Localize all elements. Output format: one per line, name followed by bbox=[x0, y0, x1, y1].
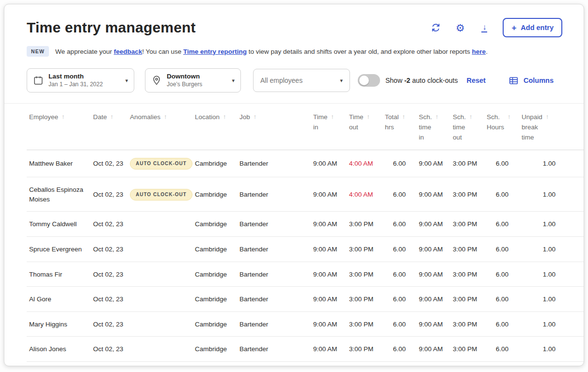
auto-clock-outs-count: -2 bbox=[404, 77, 410, 84]
cell-sch-time-in: 9:00 AM bbox=[416, 212, 450, 237]
chevron-down-icon: ▾ bbox=[125, 78, 128, 84]
table-row[interactable]: Alison Jones Oct 02, 23 Cambridge Barten… bbox=[27, 337, 584, 362]
employees-select[interactable]: All employees ▾ bbox=[253, 69, 350, 92]
sort-up-icon: ↑ bbox=[435, 112, 439, 121]
export-button[interactable]: ↓ bbox=[478, 22, 490, 33]
cell-job: Bartender bbox=[237, 287, 311, 312]
cell-date: Oct 02, 23 bbox=[91, 177, 127, 212]
table-row[interactable]: Spruce Evergreen Oct 02, 23 Cambridge Ba… bbox=[27, 236, 584, 262]
banner-text-3: to view pay details and shifts over a ye… bbox=[247, 48, 472, 55]
cell-anomalies: AUTO CLOCK-OUT bbox=[127, 150, 192, 177]
table-row[interactable]: Ceballos Espinoza Moises Oct 02, 23 AUTO… bbox=[27, 177, 584, 212]
auto-clock-outs-toggle-label: Show -2 auto clock-outs bbox=[385, 77, 458, 84]
cell-sch-hours: 6.00 bbox=[484, 212, 519, 237]
sort-up-icon: ↑ bbox=[469, 112, 473, 121]
cell-location: Cambridge bbox=[192, 337, 237, 362]
cell-date: Oct 02, 23 bbox=[91, 287, 127, 312]
col-header-employee[interactable]: Employee↑ bbox=[27, 104, 91, 150]
col-header-time-in[interactable]: Time in↑ bbox=[311, 104, 347, 150]
cell-date: Oct 02, 23 bbox=[91, 311, 127, 337]
filter-bar: Last month Jan 1 – Jan 31, 2022 ▾ Downto… bbox=[4, 64, 584, 103]
cell-anomalies bbox=[127, 236, 192, 262]
feedback-link[interactable]: feedback bbox=[114, 48, 143, 55]
cell-employee: Matthew Baker bbox=[27, 150, 91, 177]
chevron-down-icon: ▾ bbox=[340, 78, 343, 84]
banner-text-2: ! You can use bbox=[142, 48, 183, 55]
sort-up-icon: ↑ bbox=[62, 112, 65, 121]
cell-sch-hours: 6.00 bbox=[484, 150, 519, 177]
cell-unpaid-break-time: 1.00 bbox=[519, 287, 584, 312]
announcement-banner: NEW We appreciate your feedback! You can… bbox=[4, 43, 584, 64]
cell-job: Bartender bbox=[237, 212, 311, 237]
reset-filters-button[interactable]: Reset bbox=[466, 77, 486, 84]
cell-time-in: 9:00 AM bbox=[311, 150, 347, 177]
date-range-labels: Last month Jan 1 – Jan 31, 2022 bbox=[48, 73, 103, 88]
cell-date: Oct 02, 23 bbox=[91, 262, 127, 287]
cell-sch-hours: 6.00 bbox=[484, 236, 519, 262]
time-entry-reporting-link[interactable]: Time entry reporting bbox=[183, 48, 247, 55]
cell-location: Cambridge bbox=[192, 311, 237, 337]
cell-unpaid-break-time: 1.00 bbox=[519, 212, 584, 237]
columns-button[interactable]: Columns bbox=[509, 76, 554, 86]
calendar-icon bbox=[33, 75, 44, 86]
col-header-sch-time-out[interactable]: Sch. time out↑ bbox=[450, 104, 484, 150]
table-row[interactable]: Thomas Fir Oct 02, 23 Cambridge Bartende… bbox=[27, 262, 584, 287]
col-header-sch-hours[interactable]: Sch. Hours↑ bbox=[484, 104, 519, 150]
cell-employee: Spruce Evergreen bbox=[27, 236, 91, 262]
cell-total-hrs: 6.00 bbox=[382, 311, 416, 337]
add-entry-button[interactable]: + Add entry bbox=[503, 18, 562, 37]
banner-text-4: . bbox=[486, 48, 488, 55]
cell-total-hrs: 6.00 bbox=[382, 287, 416, 312]
banner-text-1: We appreciate your bbox=[55, 48, 114, 55]
download-icon: ↓ bbox=[481, 23, 487, 32]
col-header-sch-time-in[interactable]: Sch. time in↑ bbox=[416, 104, 450, 150]
refresh-button[interactable] bbox=[430, 22, 442, 33]
columns-button-label: Columns bbox=[524, 77, 554, 84]
sort-up-icon: ↑ bbox=[111, 112, 114, 121]
cell-location: Cambridge bbox=[192, 212, 237, 237]
location-sublabel: Joe’s Burgers bbox=[167, 81, 202, 88]
table-row[interactable]: Tommy Caldwell Oct 02, 23 Cambridge Bart… bbox=[27, 212, 584, 237]
new-badge: NEW bbox=[27, 46, 49, 57]
date-range-picker[interactable]: Last month Jan 1 – Jan 31, 2022 ▾ bbox=[27, 68, 134, 93]
table-row[interactable]: Matthew Baker Oct 02, 23 AUTO CLOCK-OUT … bbox=[27, 150, 584, 177]
cell-sch-time-out: 3:00 PM bbox=[450, 337, 484, 362]
cell-unpaid-break-time: 1.00 bbox=[519, 236, 584, 262]
cell-time-in: 9:00 AM bbox=[311, 311, 347, 337]
cell-time-out: 4:00 AM bbox=[347, 177, 382, 212]
auto-clock-outs-toggle[interactable] bbox=[358, 74, 380, 87]
auto-clock-out-badge: AUTO CLOCK-OUT bbox=[130, 158, 192, 170]
col-header-unpaid-break-time[interactable]: Unpaid break time↑ bbox=[519, 104, 584, 150]
col-header-location[interactable]: Location↑ bbox=[192, 104, 237, 150]
cell-location: Cambridge bbox=[192, 287, 237, 312]
col-header-total-hrs[interactable]: Total hrs↑ bbox=[382, 104, 416, 150]
cell-time-out: 3:00 PM bbox=[347, 287, 382, 312]
cell-total-hrs: 6.00 bbox=[382, 177, 416, 212]
col-header-anomalies[interactable]: Anomalies↑ bbox=[127, 104, 192, 150]
settings-button[interactable]: ⚙ bbox=[454, 22, 466, 33]
cell-sch-time-in: 9:00 AM bbox=[416, 177, 450, 212]
here-link[interactable]: here bbox=[472, 48, 486, 55]
cell-employee: Mary Higgins bbox=[27, 311, 91, 337]
banner-text: We appreciate your feedback! You can use… bbox=[55, 48, 488, 55]
cell-sch-hours: 6.00 bbox=[484, 337, 519, 362]
table-header: Employee↑ Date↑ Anomalies↑ Location↑ Job… bbox=[27, 104, 584, 150]
sort-up-icon: ↑ bbox=[367, 112, 370, 121]
cell-sch-hours: 6.00 bbox=[484, 177, 519, 212]
cell-job: Bartender bbox=[237, 177, 311, 212]
col-header-job[interactable]: Job↑ bbox=[237, 104, 311, 150]
cell-sch-time-in: 9:00 AM bbox=[416, 236, 450, 262]
col-header-date[interactable]: Date↑ bbox=[91, 104, 127, 150]
table-row[interactable]: Al Gore Oct 02, 23 Cambridge Bartender 9… bbox=[27, 287, 584, 312]
cell-date: Oct 02, 23 bbox=[91, 236, 127, 262]
cell-total-hrs: 6.00 bbox=[382, 212, 416, 237]
time-entries-table-wrap: Employee↑ Date↑ Anomalies↑ Location↑ Job… bbox=[27, 104, 584, 362]
location-picker[interactable]: Downtown Joe’s Burgers ▾ bbox=[145, 68, 241, 93]
col-header-time-out[interactable]: Time out↑ bbox=[347, 104, 382, 150]
cell-unpaid-break-time: 1.00 bbox=[519, 177, 584, 212]
cell-anomalies bbox=[127, 287, 192, 312]
cell-job: Bartender bbox=[237, 236, 311, 262]
cell-anomalies bbox=[127, 311, 192, 337]
cell-time-out: 3:00 PM bbox=[347, 212, 382, 237]
table-row[interactable]: Mary Higgins Oct 02, 23 Cambridge Barten… bbox=[27, 311, 584, 337]
